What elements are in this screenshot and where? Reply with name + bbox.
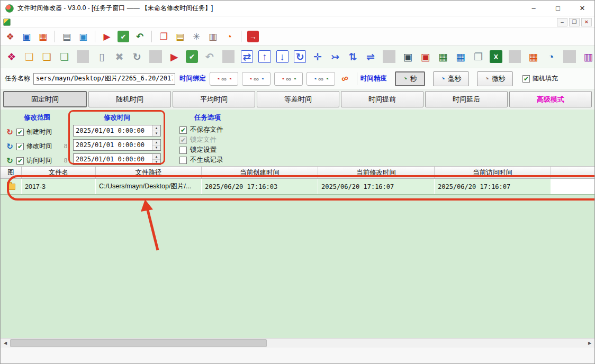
export-excel-icon[interactable]: X xyxy=(490,50,502,63)
spin-down-icon[interactable]: ▾ xyxy=(152,160,160,165)
swap-items-icon[interactable]: ⇄ xyxy=(241,50,253,63)
plugin-modules-icon[interactable]: ▦ xyxy=(527,50,539,63)
modules-icon[interactable]: ▦ xyxy=(37,31,49,42)
mode-tab[interactable]: 固定时间 xyxy=(3,91,87,107)
modify-time-header: 修改时间 xyxy=(73,113,161,122)
print-icon[interactable]: ▤ xyxy=(61,31,73,42)
option-checkbox[interactable] xyxy=(179,126,187,134)
scatter-icon[interactable]: ✛ xyxy=(311,50,323,63)
datetime-input[interactable]: 2025/01/01 0:00:00 ▴ ▾ xyxy=(73,125,161,136)
mode-tabs: 固定时间 随机时间 平均时间 等差时间 时间提前 时间延后 高级模式 xyxy=(1,89,594,110)
scrollbar-thumb[interactable] xyxy=(10,339,267,347)
datetime-input[interactable]: 2025/01/01 0:00:00 ▴ ▾ xyxy=(73,139,161,151)
clock-icon: ◔ xyxy=(248,75,253,83)
mode-tab[interactable]: 平均时间 xyxy=(173,91,255,107)
mode-tab[interactable]: 随机时间 xyxy=(88,91,171,107)
time-backup-icon[interactable]: ◔ xyxy=(545,50,557,63)
scroll-left-button[interactable]: ◀ xyxy=(1,339,10,348)
help-book-icon[interactable]: ▥ xyxy=(582,50,594,63)
time-precision-label: 时间精度 xyxy=(360,74,387,83)
log-book-icon[interactable]: ▥ xyxy=(207,31,219,42)
close-button[interactable]: ✕ xyxy=(570,1,594,16)
time-bind-group-3[interactable]: ◔ ∞ ◔ xyxy=(274,72,303,86)
mode-tab[interactable]: 等差时间 xyxy=(257,91,339,107)
chain-link-icon[interactable]: 8 xyxy=(63,143,68,150)
toolbar-icon xyxy=(241,31,241,42)
spin-up-icon[interactable]: ▴ xyxy=(152,140,160,145)
settings-gear-icon[interactable]: ✳ xyxy=(191,31,202,42)
new-task-icon[interactable]: ❖ xyxy=(4,31,16,42)
toolbar-icon xyxy=(149,50,161,63)
delete-item-icon[interactable]: ▯ xyxy=(95,50,107,63)
mode-tab[interactable]: 时间延后 xyxy=(425,91,508,107)
time-bind-group-4[interactable]: ◔ ∞ ◔ xyxy=(306,72,335,86)
exit-icon[interactable]: → xyxy=(247,31,259,42)
spin-down-icon[interactable]: ▾ xyxy=(152,145,160,151)
horizontal-scrollbar[interactable]: ◀ ▶ xyxy=(1,338,594,348)
spin-down-icon[interactable]: ▾ xyxy=(152,131,160,136)
chain-link-icon[interactable]: 8 xyxy=(63,157,68,164)
column-header[interactable]: 当前修改时间 xyxy=(318,167,435,178)
merge-icon[interactable]: ↣ xyxy=(329,50,341,63)
add-files-icon[interactable]: ❖ xyxy=(5,50,17,63)
schedule-time-icon[interactable]: ◔ xyxy=(223,31,235,42)
column-header[interactable]: 文件路径 xyxy=(96,167,202,178)
mdi-close-button[interactable]: ✕ xyxy=(581,18,592,26)
scope-checkbox[interactable] xyxy=(16,129,24,136)
cycle-items-icon[interactable]: ↻ xyxy=(294,50,306,63)
export-report-icon[interactable]: ▣ xyxy=(419,50,431,63)
import-table-icon[interactable]: ▦ xyxy=(437,50,449,63)
reload-icon[interactable]: ↻ xyxy=(131,50,143,63)
sort-updown-icon[interactable]: ⇅ xyxy=(347,50,359,63)
maximize-button[interactable]: □ xyxy=(546,1,570,16)
apply-task-icon[interactable]: ✔ xyxy=(118,31,129,42)
mdi-minimize-button[interactable]: – xyxy=(557,18,567,26)
datetime-input[interactable]: 2025/01/01 0:00:00 ▴ ▾ xyxy=(73,153,161,165)
clone-window-icon[interactable]: ❐ xyxy=(158,31,169,42)
precision-button[interactable]: ◔ 微秒 xyxy=(477,71,513,86)
time-bind-group-2[interactable]: ◔ ∞ ◔ xyxy=(242,72,271,86)
copy-report-icon[interactable]: ❐ xyxy=(472,50,484,63)
mode-tab[interactable]: 高级模式 xyxy=(509,91,592,107)
task-list-icon[interactable]: ▤ xyxy=(174,31,186,42)
apply-task-icon[interactable]: ✔ xyxy=(186,50,198,63)
option-checkbox[interactable] xyxy=(179,157,187,164)
column-header[interactable]: 当前创建时间 xyxy=(202,167,318,178)
shuffle-icon[interactable]: ⇌ xyxy=(364,50,376,63)
column-header[interactable]: 文件名 xyxy=(22,167,96,178)
mdi-restore-button[interactable]: ❐ xyxy=(569,18,580,26)
column-header[interactable]: 当前访问时间 xyxy=(435,167,551,178)
move-top-icon[interactable]: ↑ xyxy=(258,50,271,63)
unlink-icon[interactable]: ∞ xyxy=(340,72,350,85)
random-fill-option[interactable]: 随机填充 xyxy=(522,74,558,83)
save-task-icon[interactable]: ▣ xyxy=(21,31,32,42)
spin-up-icon[interactable]: ▴ xyxy=(152,125,160,131)
export-table-icon[interactable]: ▦ xyxy=(455,50,467,63)
import-folder-icon[interactable]: ❏ xyxy=(58,50,70,63)
spin-up-icon[interactable]: ▴ xyxy=(152,154,160,160)
scope-checkbox[interactable] xyxy=(16,143,24,150)
random-fill-checkbox[interactable] xyxy=(522,75,530,83)
scope-checkbox[interactable] xyxy=(16,157,24,165)
run-task-icon[interactable]: ▶ xyxy=(101,31,113,42)
precision-button[interactable]: ◔ 毫秒 xyxy=(433,71,469,86)
run-task-icon[interactable]: ▶ xyxy=(168,50,181,63)
option-checkbox[interactable] xyxy=(179,147,187,154)
minimize-button[interactable]: – xyxy=(521,1,546,16)
option-checkbox[interactable] xyxy=(179,136,187,144)
open-folder-icon[interactable]: ❏ xyxy=(23,50,35,63)
undo-task-icon[interactable]: ↶ xyxy=(203,50,215,63)
task-name-input[interactable] xyxy=(33,73,175,85)
save-as-icon[interactable]: ▣ xyxy=(77,31,89,42)
clear-list-icon[interactable]: ✖ xyxy=(113,50,125,63)
add-folder-icon[interactable]: ❏ xyxy=(41,50,53,63)
column-header[interactable]: 图 xyxy=(1,167,22,178)
undo-task-icon[interactable]: ↶ xyxy=(134,31,146,42)
precision-button[interactable]: ◔ 秒 xyxy=(395,71,425,86)
scroll-right-button[interactable]: ▶ xyxy=(585,339,594,348)
table-row[interactable]: 2017-3 C:/Users/mayn/Desktop/图片/... 2025… xyxy=(1,179,594,195)
time-bind-group-1[interactable]: ◔ ∞ ◔ xyxy=(210,72,238,86)
mode-tab[interactable]: 时间提前 xyxy=(341,91,423,107)
move-bottom-icon[interactable]: ↓ xyxy=(276,50,289,63)
save-list-icon[interactable]: ▣ xyxy=(402,50,414,63)
